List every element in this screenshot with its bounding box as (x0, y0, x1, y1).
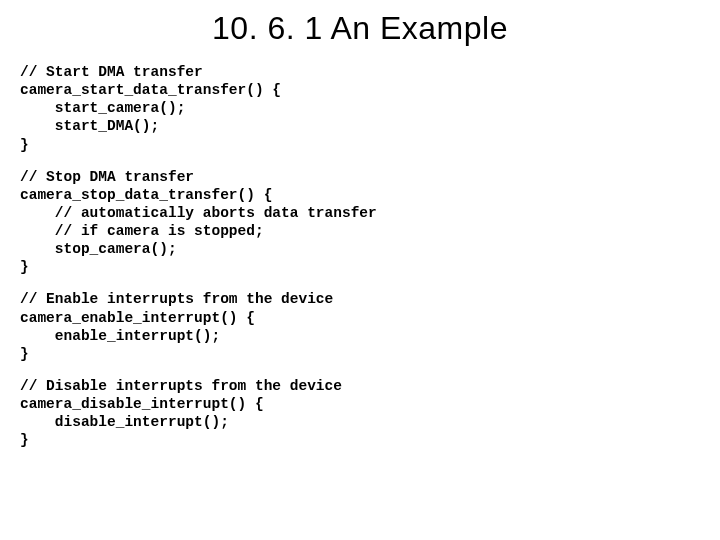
code-block-stop-dma: // Stop DMA transfer camera_stop_data_tr… (20, 168, 700, 277)
slide: 10. 6. 1 An Example // Start DMA transfe… (0, 0, 720, 540)
page-title: 10. 6. 1 An Example (20, 10, 700, 47)
code-block-enable-interrupt: // Enable interrupts from the device cam… (20, 290, 700, 363)
code-block-disable-interrupt: // Disable interrupts from the device ca… (20, 377, 700, 450)
code-block-start-dma: // Start DMA transfer camera_start_data_… (20, 63, 700, 154)
